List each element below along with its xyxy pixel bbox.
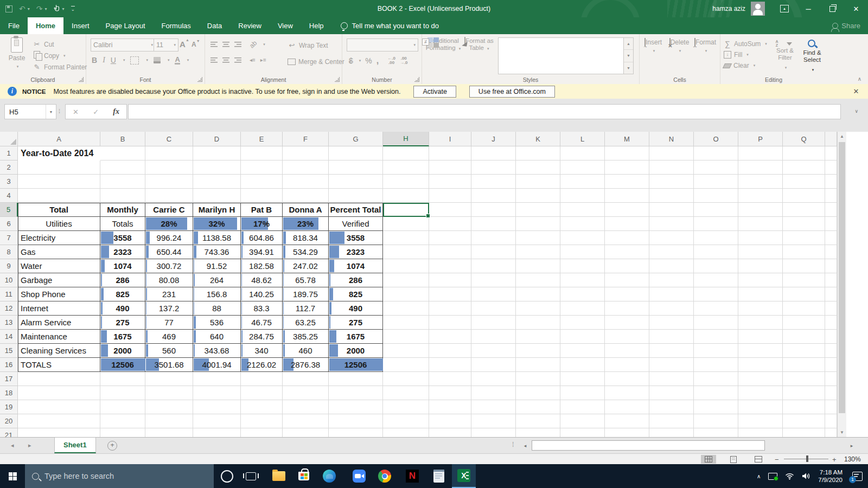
cell-D12[interactable]: 88 xyxy=(193,301,241,316)
conditional-formatting-button[interactable]: ≠ Conditional Formatting ▾ xyxy=(425,37,461,52)
cell-B9[interactable]: 1074 xyxy=(100,259,145,273)
cell-C14[interactable]: 469 xyxy=(145,330,193,344)
cell-D10[interactable]: 264 xyxy=(193,273,241,287)
increase-decimal-icon[interactable]: ←.0.00 xyxy=(387,56,395,65)
row-header-10[interactable]: 10 xyxy=(0,273,18,287)
top-align-icon[interactable] xyxy=(210,42,218,47)
row-header-14[interactable]: 14 xyxy=(0,330,18,344)
file-explorer-button[interactable] xyxy=(267,464,291,488)
gallery-scroll-buttons[interactable]: ▲▼▼ xyxy=(624,37,634,74)
column-header-J[interactable]: J xyxy=(471,132,516,146)
cell-A9[interactable]: Water xyxy=(18,259,100,273)
font-dialog-launcher[interactable] xyxy=(197,77,202,82)
cell-A1[interactable]: Year-to-Date 2014 xyxy=(18,146,100,160)
excel-taskbar-button[interactable]: X xyxy=(452,464,476,488)
expand-formula-bar-icon[interactable]: ∨ xyxy=(854,104,858,118)
column-header-E[interactable]: E xyxy=(241,132,283,146)
new-sheet-button[interactable]: + xyxy=(107,441,117,451)
font-color-icon[interactable]: A xyxy=(175,56,180,65)
cell-E6[interactable]: 17% xyxy=(241,217,283,231)
wrap-text-button[interactable]: ↩Wrap Text xyxy=(288,40,328,51)
column-header-partial[interactable] xyxy=(825,132,837,146)
orientation-icon[interactable]: ab xyxy=(248,39,258,49)
bottom-align-icon[interactable] xyxy=(234,42,241,47)
notice-close-icon[interactable]: ✕ xyxy=(850,84,863,99)
cell-C13[interactable]: 77 xyxy=(145,316,193,330)
cell-A14[interactable]: Maintenance xyxy=(18,330,100,344)
netflix-button[interactable]: N xyxy=(400,464,424,488)
alignment-dialog-launcher[interactable] xyxy=(335,77,340,82)
clipboard-dialog-launcher[interactable] xyxy=(79,77,84,82)
cell-G11[interactable]: 825 xyxy=(329,287,383,301)
cell-E12[interactable]: 83.3 xyxy=(241,301,283,316)
scroll-left-icon[interactable]: ◂ xyxy=(521,440,529,451)
cell-E7[interactable]: 604.86 xyxy=(241,231,283,245)
cell-F8[interactable]: 534.29 xyxy=(283,245,329,259)
zoom-slider-handle[interactable] xyxy=(806,455,808,462)
row-header-13[interactable]: 13 xyxy=(0,316,18,330)
column-header-B[interactable]: B xyxy=(100,132,145,146)
sheet-nav-right-icon[interactable]: ▸ xyxy=(28,438,31,453)
zoom-in-button[interactable]: + xyxy=(832,454,837,465)
column-header-G[interactable]: G xyxy=(329,132,383,146)
taskbar-search-box[interactable]: Type here to search xyxy=(25,464,214,488)
cell-C12[interactable]: 137.2 xyxy=(145,301,193,316)
column-header-O[interactable]: O xyxy=(694,132,738,146)
menu-tab-home[interactable]: Home xyxy=(28,17,63,34)
tray-chevron-up-icon[interactable]: ∧ xyxy=(757,473,761,479)
cell-E13[interactable]: 46.75 xyxy=(241,316,283,330)
cell-F14[interactable]: 385.25 xyxy=(283,330,329,344)
shrink-font-button[interactable]: A▼ xyxy=(192,41,196,48)
row-header-3[interactable]: 3 xyxy=(0,175,18,189)
menu-tab-help[interactable]: Help xyxy=(301,17,332,34)
tray-display-icon[interactable] xyxy=(768,473,777,480)
decrease-indent-icon[interactable]: ◂≡ xyxy=(250,57,256,63)
cell-B6[interactable]: Totals xyxy=(100,217,145,231)
redo-icon[interactable]: ↷ xyxy=(36,5,43,12)
middle-align-icon[interactable] xyxy=(222,42,229,47)
cell-G7[interactable]: 3558 xyxy=(329,231,383,245)
row-header-20[interactable]: 20 xyxy=(0,414,18,428)
menu-tab-insert[interactable]: Insert xyxy=(63,17,98,34)
cell-A12[interactable]: Internet xyxy=(18,301,100,316)
insert-cells-button[interactable]: → Insert▾ xyxy=(641,38,666,54)
copy-button[interactable]: Copy▾ xyxy=(33,50,87,61)
column-header-M[interactable]: M xyxy=(605,132,649,146)
merge-center-button[interactable]: Merge & Center▾ xyxy=(288,56,350,67)
action-center-button[interactable]: 1 xyxy=(852,472,863,481)
normal-view-button[interactable] xyxy=(701,455,716,464)
menu-tab-formulas[interactable]: Formulas xyxy=(154,17,199,34)
column-header-N[interactable]: N xyxy=(649,132,694,146)
taskbar-clock[interactable]: 7:18 AM 7/9/2020 xyxy=(818,468,843,484)
menu-tab-review[interactable]: Review xyxy=(230,17,270,34)
cell-D9[interactable]: 91.52 xyxy=(193,259,241,273)
user-avatar[interactable] xyxy=(751,2,765,16)
cell-E5[interactable]: Pat B xyxy=(241,203,283,217)
number-format-select[interactable]: ▾ xyxy=(347,38,418,52)
cell-E11[interactable]: 140.25 xyxy=(241,287,283,301)
cell-E15[interactable]: 340 xyxy=(241,344,283,358)
minimize-button[interactable]: ─ xyxy=(796,0,820,17)
use-free-button[interactable]: Use free at Office.com xyxy=(469,86,555,98)
cut-button[interactable]: ✂Cut xyxy=(33,38,87,50)
row-header-19[interactable]: 19 xyxy=(0,400,18,414)
horizontal-scrollbar[interactable]: ◂ ▸ xyxy=(521,440,856,451)
cell-D15[interactable]: 343.68 xyxy=(193,344,241,358)
notepad-button[interactable] xyxy=(427,464,451,488)
column-header-D[interactable]: D xyxy=(193,132,241,146)
cell-A7[interactable]: Electricity xyxy=(18,231,100,245)
cell-F5[interactable]: Donna A xyxy=(283,203,329,217)
menu-tab-view[interactable]: View xyxy=(270,17,301,34)
row-header-11[interactable]: 11 xyxy=(0,287,18,301)
column-header-C[interactable]: C xyxy=(145,132,193,146)
cell-F12[interactable]: 112.7 xyxy=(283,301,329,316)
cell-D11[interactable]: 156.8 xyxy=(193,287,241,301)
align-center-icon[interactable] xyxy=(222,57,229,63)
confirm-entry-icon[interactable]: ✓ xyxy=(93,108,99,116)
horizontal-scroll-thumb[interactable] xyxy=(532,440,765,451)
row-header-7[interactable]: 7 xyxy=(0,231,18,245)
save-icon[interactable] xyxy=(5,5,12,12)
chrome-button[interactable] xyxy=(373,464,397,488)
autosum-button[interactable]: ∑AutoSum▾ xyxy=(724,38,767,49)
restore-button[interactable] xyxy=(820,0,844,17)
